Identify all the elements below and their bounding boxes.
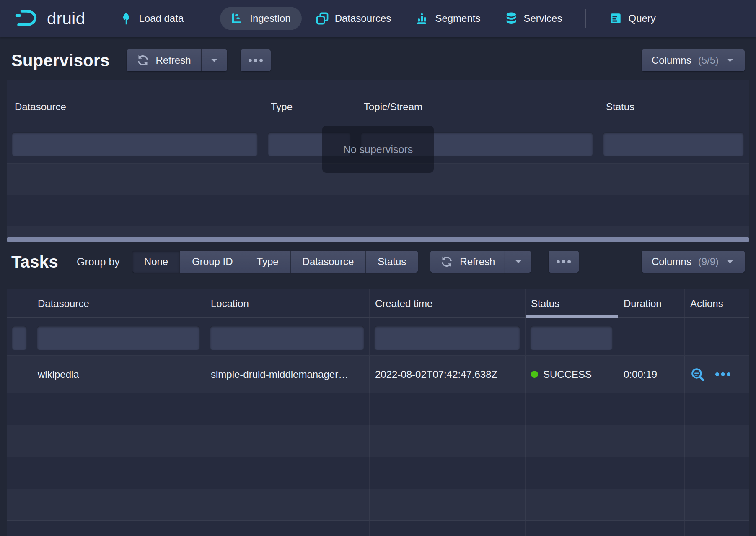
supervisors-datasource-filter-input[interactable]: [12, 132, 258, 156]
nav-item-load-data[interactable]: Load data: [109, 7, 194, 30]
tasks-header-row: Datasource Location Created time Status …: [7, 289, 749, 318]
column-header-location[interactable]: Location: [205, 289, 370, 317]
group-by-status-button[interactable]: Status: [365, 251, 418, 273]
tasks-refresh-split-button: Refresh: [430, 251, 531, 273]
inspect-task-icon[interactable]: [690, 367, 705, 382]
supervisors-refresh-caret-button[interactable]: [201, 49, 227, 71]
tasks-location-filter-input[interactable]: [210, 326, 364, 350]
group-by-group-id-button[interactable]: Group ID: [180, 251, 244, 273]
load-data-icon: [120, 12, 132, 25]
caret-down-icon: [210, 56, 219, 65]
empty-table-row: [7, 489, 749, 521]
supervisors-columns-button[interactable]: Columns (5/5): [642, 49, 745, 71]
columns-count: (9/9): [698, 256, 719, 268]
task-row-wikipedia[interactable]: wikipedia simple-druid-middlemanager… 20…: [7, 356, 749, 393]
empty-table-row: [7, 425, 749, 457]
tasks-more-button[interactable]: [549, 251, 579, 273]
empty-table-row: [7, 195, 749, 226]
nav-item-label: Query: [628, 13, 655, 24]
empty-table-row: [7, 457, 749, 489]
columns-count: (5/5): [698, 55, 719, 66]
ingestion-icon: [231, 12, 243, 25]
nav-item-segments[interactable]: Segments: [405, 7, 491, 30]
column-header-duration[interactable]: Duration: [618, 289, 685, 317]
column-header-actions[interactable]: Actions: [685, 289, 749, 317]
tasks-columns-button[interactable]: Columns (9/9): [642, 251, 745, 273]
tasks-filter-row: [7, 318, 749, 356]
tasks-toolbar: Tasks Group by None Group ID Type Dataso…: [0, 242, 756, 280]
caret-down-icon: [725, 257, 735, 266]
nav-item-label: Segments: [435, 13, 480, 24]
empty-table-row: [7, 521, 749, 536]
nav-item-ingestion[interactable]: Ingestion: [220, 7, 301, 30]
refresh-icon: [137, 54, 149, 67]
group-by-label: Group by: [77, 256, 120, 268]
column-header-datasource[interactable]: Datasource: [32, 289, 205, 317]
tasks-datasource-filter-input[interactable]: [37, 326, 200, 350]
segments-icon: [416, 12, 429, 25]
task-duration: 0:00:19: [618, 356, 685, 393]
tasks-created-time-filter-input[interactable]: [374, 326, 520, 350]
column-header-spacer: [7, 289, 32, 317]
columns-label: Columns: [652, 256, 691, 268]
empty-table-row: [7, 226, 749, 237]
tasks-refresh-button[interactable]: Refresh: [430, 251, 505, 273]
nav-item-query[interactable]: Query: [598, 7, 666, 30]
status-sort-indicator: [526, 315, 618, 318]
tasks-title: Tasks: [11, 252, 58, 271]
column-header-type[interactable]: Type: [263, 80, 356, 124]
group-by-datasource-button[interactable]: Datasource: [290, 251, 366, 273]
column-header-status-sorted[interactable]: Status: [526, 289, 618, 317]
navbar-divider: [96, 9, 96, 28]
task-location: simple-druid-middlemanager…: [205, 356, 370, 393]
supervisors-status-filter-input[interactable]: [603, 132, 744, 156]
task-more-actions-icon[interactable]: [715, 372, 730, 376]
druid-logo-icon: [15, 9, 41, 28]
top-navbar: druid Load data Ingestion: [0, 0, 756, 37]
supervisors-header-row: Datasource Type Topic/Stream Status: [7, 80, 749, 124]
group-by-button-group: None Group ID Type Datasource Status: [132, 251, 418, 273]
tasks-table: Datasource Location Created time Status …: [7, 289, 749, 536]
no-supervisors-message: No supervisors: [322, 126, 434, 173]
navbar-divider: [585, 9, 586, 28]
nav-item-label: Ingestion: [250, 13, 290, 24]
nav-item-label: Load data: [139, 13, 184, 24]
nav-item-label: Datasources: [335, 13, 391, 24]
datasources-icon: [316, 12, 329, 25]
group-by-none-button[interactable]: None: [132, 251, 180, 273]
tasks-status-filter-input[interactable]: [530, 326, 613, 350]
services-icon: [505, 12, 517, 25]
navbar-divider: [207, 9, 207, 28]
supervisors-title: Supervisors: [11, 51, 110, 70]
task-status: SUCCESS: [526, 356, 618, 393]
status-text: SUCCESS: [543, 369, 592, 380]
brand-name: druid: [47, 9, 85, 28]
caret-down-icon: [725, 56, 735, 65]
supervisors-more-button[interactable]: [241, 49, 271, 71]
refresh-icon: [440, 255, 453, 268]
column-header-status[interactable]: Status: [598, 80, 749, 124]
task-actions: [685, 356, 749, 393]
refresh-label: Refresh: [156, 55, 191, 66]
supervisors-table: Datasource Type Topic/Stream Status No s…: [7, 80, 749, 242]
tasks-refresh-caret-button[interactable]: [505, 251, 531, 273]
column-header-created-time[interactable]: Created time: [370, 289, 526, 317]
refresh-label: Refresh: [460, 256, 495, 268]
supervisors-refresh-button[interactable]: Refresh: [127, 49, 201, 71]
group-by-type-button[interactable]: Type: [245, 251, 290, 273]
column-header-datasource[interactable]: Datasource: [7, 80, 263, 124]
task-datasource: wikipedia: [32, 356, 205, 393]
tasks-spacer-filter-input[interactable]: [12, 326, 27, 350]
more-icon: [249, 59, 263, 62]
task-created-time: 2022-08-02T07:42:47.638Z: [370, 356, 526, 393]
druid-logo[interactable]: druid: [15, 9, 85, 28]
caret-down-icon: [514, 257, 523, 266]
supervisors-toolbar: Supervisors Refresh: [0, 37, 756, 80]
nav-item-label: Services: [523, 13, 562, 24]
nav-item-services[interactable]: Services: [495, 7, 573, 30]
status-success-dot-icon: [531, 371, 538, 378]
nav-item-datasources[interactable]: Datasources: [305, 7, 402, 30]
horizontal-scrollbar[interactable]: [7, 237, 749, 242]
empty-table-row: [7, 393, 749, 425]
column-header-topic-stream[interactable]: Topic/Stream: [356, 80, 598, 124]
